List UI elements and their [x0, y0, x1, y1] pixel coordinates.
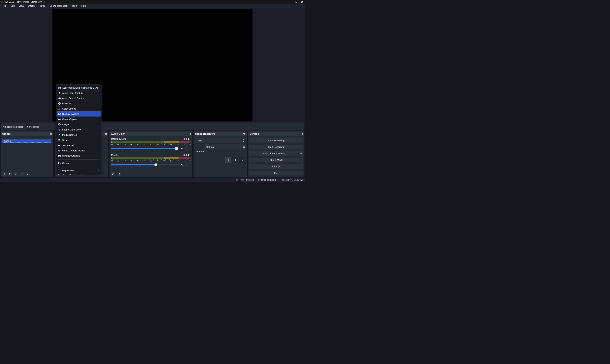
channel-options-button[interactable]	[185, 146, 189, 151]
menu-item-game-capture[interactable]: Game Capture	[56, 117, 101, 122]
volume-slider[interactable]	[111, 148, 179, 149]
meter-tick-label: -40	[136, 144, 139, 145]
text-ab-icon: ab	[58, 144, 61, 147]
transition-select[interactable]: Fade	[195, 138, 245, 143]
menu-tools[interactable]: Tools	[70, 4, 79, 8]
spin-arrows[interactable]	[242, 145, 246, 148]
kebab-menu-icon	[119, 173, 121, 175]
menu-help[interactable]: Help	[79, 4, 88, 8]
move-scene-down-button[interactable]	[26, 172, 30, 176]
start-streaming-button[interactable]: Start Streaming	[249, 138, 303, 143]
move-scene-up-button[interactable]	[20, 172, 25, 176]
settings-button[interactable]: Settings	[249, 164, 303, 169]
menu-item-group[interactable]: Group	[56, 160, 101, 166]
menu-item-audio-input-capture[interactable]: Audio Input Capture	[56, 90, 101, 96]
exit-button[interactable]: Exit	[249, 171, 303, 175]
menu-bar: File Edit View Docks Profile Scene Colle…	[0, 4, 305, 8]
mixer-options-button[interactable]	[118, 172, 122, 176]
menu-item-display-capture[interactable]: Display Capture	[56, 111, 101, 117]
plus-icon	[227, 159, 230, 161]
volume-slider[interactable]	[111, 164, 179, 165]
remove-scene-button[interactable]	[7, 172, 12, 176]
menu-edit[interactable]: Edit	[8, 4, 17, 8]
volume-slider-handle[interactable]	[175, 147, 178, 150]
add-scene-button[interactable]	[2, 172, 7, 176]
meter-tick-label: -25	[156, 160, 159, 162]
menu-scene-collection[interactable]: Scene Collection	[48, 4, 70, 8]
mixer-toolbar	[111, 172, 122, 176]
advanced-audio-button[interactable]	[111, 172, 115, 176]
monitor-icon	[58, 113, 61, 115]
menu-profile[interactable]: Profile	[37, 4, 48, 8]
controls-title: Controls	[250, 132, 301, 135]
channel-options-button[interactable]	[185, 162, 189, 167]
menu-item-image[interactable]: Image	[56, 122, 101, 127]
speaker-icon[interactable]	[180, 163, 183, 166]
play-icon	[58, 133, 61, 136]
meter-tick-label: -60	[111, 144, 113, 145]
add-transition-button[interactable]	[225, 157, 231, 163]
gear-icon	[26, 126, 28, 128]
scene-list-item-selected[interactable]: Scene	[2, 139, 52, 143]
menu-docks[interactable]: Docks	[26, 4, 37, 8]
start-virtual-camera-button[interactable]: Start Virtual Camera	[249, 151, 298, 156]
camera-icon	[58, 149, 61, 152]
menu-file[interactable]: File	[0, 4, 8, 8]
virtual-camera-settings-button[interactable]	[299, 151, 303, 156]
scene-filters-button[interactable]	[14, 172, 18, 176]
chevron-up-icon	[243, 145, 245, 147]
meter-scale-labels: -60-55-50-45-40-35-30-25-20-15-10-50	[111, 160, 190, 162]
studio-mode-button[interactable]: Studio Mode	[249, 158, 303, 162]
transition-options-button[interactable]	[240, 157, 245, 163]
meter-tick-label: -30	[149, 160, 152, 162]
popout-icon[interactable]	[50, 132, 52, 135]
desktop-audio-header: Desktop Audio 0.0 dB	[111, 137, 190, 140]
menu-item-browser[interactable]: Browser	[56, 101, 101, 106]
duration-spinbox[interactable]: 300 ms	[204, 144, 246, 150]
menu-item-text-gdi[interactable]: abText (GDI+)	[56, 143, 101, 148]
minimize-button[interactable]	[287, 0, 293, 4]
volume-slider-handle[interactable]	[155, 164, 157, 166]
channel-name: Mic/Aux	[111, 154, 120, 156]
speaker-icon[interactable]	[180, 147, 183, 150]
start-recording-button[interactable]: Start Recording	[249, 145, 303, 149]
toolbar-separator	[116, 172, 116, 176]
list-icon	[58, 139, 61, 142]
scene-transitions-header: Scene Transitions	[193, 131, 247, 136]
app-audio-capture-icon	[58, 86, 61, 89]
cpu-fps-stats: CPU: 0.1%, 59.94 fps	[281, 179, 303, 181]
scenes-toolbar	[2, 172, 30, 176]
popout-icon[interactable]	[301, 132, 303, 135]
menu-item-media-source[interactable]: Media Source	[56, 132, 101, 137]
menu-item-scene[interactable]: Scene	[56, 137, 101, 143]
menu-item-image-slide-show[interactable]: Image Slide Show	[56, 127, 101, 132]
popout-icon[interactable]	[189, 132, 191, 135]
meter-tick-label: 0	[190, 160, 190, 162]
menu-item-window-capture[interactable]: Window Capture	[56, 153, 101, 158]
transition-buttons	[225, 157, 245, 163]
chevron-up-icon	[243, 139, 244, 140]
menu-view[interactable]: View	[17, 4, 26, 8]
chevron-down-icon	[26, 173, 29, 175]
meter-tick-label: 0	[190, 144, 190, 145]
remove-transition-button[interactable]	[232, 157, 238, 163]
chevron-down-icon	[243, 141, 244, 142]
popout-icon[interactable]	[105, 132, 107, 135]
properties-button[interactable]: Properties	[26, 124, 39, 130]
close-button[interactable]	[299, 0, 305, 4]
meter-tick-label: -55	[116, 160, 119, 162]
meter-tick-label: -5	[183, 160, 185, 162]
menu-item-video-capture-device[interactable]: Video Capture Device	[56, 148, 101, 153]
restore-button[interactable]	[293, 0, 299, 4]
menu-item-color-source[interactable]: Color Source	[56, 106, 101, 111]
menu-item-application-audio-capture[interactable]: Application Audio Capture (BETA)	[56, 85, 101, 90]
slideshow-icon	[58, 128, 61, 131]
popout-icon[interactable]	[243, 132, 245, 135]
audio-mixer-title: Audio Mixer	[111, 132, 189, 135]
kebab-menu-icon	[242, 159, 244, 161]
kebab-menu-icon	[186, 147, 188, 150]
menu-item-deprecated[interactable]: Deprecated	[56, 168, 101, 173]
meter-tick-label: -20	[163, 144, 165, 145]
menu-item-audio-output-capture[interactable]: Audio Output Capture	[56, 96, 101, 101]
status-bar: LIVE: 00:00:00 REC: 00:00:00 CPU: 0.1%, …	[0, 178, 305, 182]
